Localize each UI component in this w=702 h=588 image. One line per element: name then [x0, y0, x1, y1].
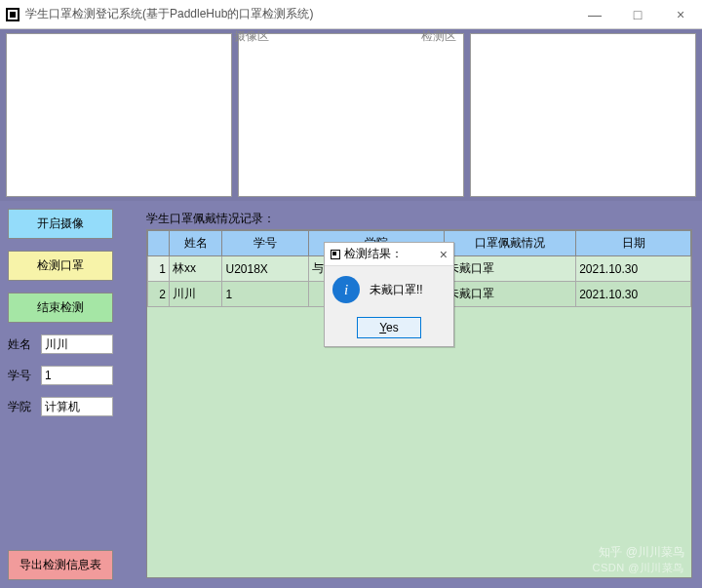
dialog-yes-button[interactable]: Yes [357, 317, 421, 338]
minimize-button[interactable]: — [573, 0, 616, 29]
camera-caption-1: 摄像区 [234, 28, 269, 45]
camera-box-2 [238, 33, 464, 197]
id-row: 学号 [8, 366, 113, 385]
dialog-icon [331, 250, 340, 259]
sidebar: 开启摄像 检测口罩 结束检测 姓名 学号 学院 导出检测信息表 [0, 201, 121, 588]
records-title: 学生口罩佩戴情况记录： [146, 211, 692, 227]
col-mask: 口罩佩戴情况 [444, 231, 575, 256]
window-controls: — □ × [573, 0, 702, 29]
camera-row: 摄像区 检测区 [0, 29, 702, 201]
dialog-close-button[interactable]: × [440, 247, 448, 262]
college-input[interactable] [41, 397, 113, 416]
window-title: 学生口罩检测登记系统(基于PaddleHub的口罩检测系统) [25, 6, 313, 22]
dialog-title: 检测结果： [344, 246, 403, 262]
dialog-message: 未戴口罩!! [370, 282, 423, 298]
name-input[interactable] [41, 334, 113, 354]
camera-caption-2: 检测区 [421, 28, 456, 45]
col-id: 学号 [222, 231, 309, 256]
col-date: 日期 [576, 231, 691, 256]
id-input[interactable] [41, 366, 113, 385]
close-button[interactable]: × [659, 0, 702, 29]
dialog-titlebar: 检测结果： × [325, 243, 453, 266]
end-detect-button[interactable]: 结束检测 [8, 293, 113, 323]
name-label: 姓名 [8, 336, 37, 353]
app-icon [6, 8, 20, 21]
camera-box-1 [6, 33, 232, 197]
detect-mask-button[interactable]: 检测口罩 [8, 251, 113, 281]
maximize-button[interactable]: □ [616, 0, 659, 29]
camera-box-3 [470, 33, 696, 197]
name-row: 姓名 [8, 334, 113, 354]
export-button[interactable]: 导出检测信息表 [8, 550, 113, 580]
id-label: 学号 [8, 368, 37, 384]
detection-result-dialog: 检测结果： × i 未戴口罩!! Yes [324, 242, 454, 347]
start-camera-button[interactable]: 开启摄像 [8, 209, 113, 239]
college-row: 学院 [8, 397, 113, 416]
titlebar: 学生口罩检测登记系统(基于PaddleHub的口罩检测系统) — □ × [0, 0, 702, 29]
col-name: 姓名 [170, 231, 222, 256]
college-label: 学院 [8, 399, 37, 415]
info-icon: i [332, 276, 360, 303]
